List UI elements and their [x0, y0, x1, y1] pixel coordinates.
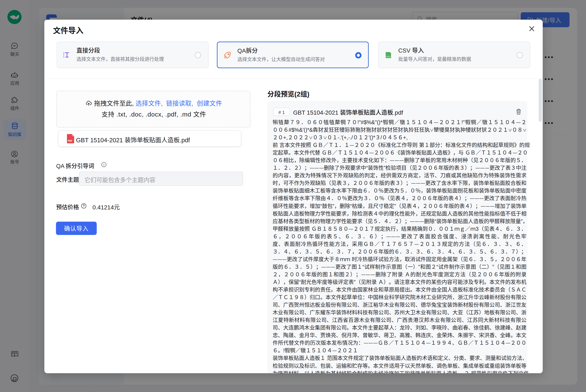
svg-text:CSV: CSV — [386, 55, 390, 58]
svg-text:PDF: PDF — [68, 140, 73, 142]
